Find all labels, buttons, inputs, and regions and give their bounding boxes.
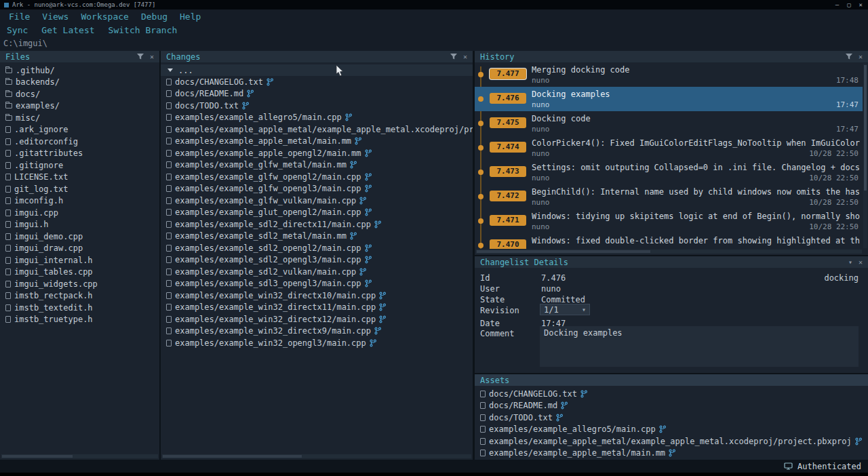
history-row[interactable]: 7.475 Docking code nuno 17:47 [475, 111, 863, 136]
changed-file-row[interactable]: examples/example_glfw_opengl3/main.cpp [161, 183, 473, 195]
titlebar[interactable]: Ark - nuno@ark-vcs.com:Omega.dev [7477] … [0, 0, 868, 9]
commit-time: 17:48 [836, 76, 859, 85]
filter-icon[interactable] [450, 54, 457, 60]
close-panel-icon[interactable]: ✕ [859, 54, 863, 60]
expand-triangle-icon[interactable] [167, 68, 173, 72]
changed-file-row[interactable]: examples/example_glut_opengl2/main.cpp [161, 207, 473, 219]
file-tree-item[interactable]: .github/ [0, 64, 159, 77]
asset-row[interactable]: docs/CHANGELOG.txt [475, 388, 868, 400]
file-tree-item[interactable]: imgui.cpp [0, 207, 159, 219]
file-tree-item[interactable]: git_log.txt [0, 183, 159, 195]
history-row[interactable]: 7.477 Merging docking code nuno 17:48 [475, 62, 863, 87]
asset-row[interactable]: examples/example_apple_metal/example_app… [475, 435, 868, 448]
changed-file-row[interactable]: examples/example_win32_directx12/main.cp… [161, 313, 473, 325]
files-hscrollbar[interactable] [1, 454, 158, 458]
chevron-down-icon[interactable]: ▾ [848, 259, 852, 266]
menu-item[interactable]: Debug [135, 12, 174, 22]
menu-item[interactable]: Views [36, 12, 75, 22]
toolbar-button[interactable]: Switch Branch [108, 25, 178, 35]
history-row[interactable]: 7.476 Docking examples nuno 17:47 [475, 87, 863, 111]
file-tree-item[interactable]: imgui_widgets.cpp [0, 278, 159, 290]
file-tree-item[interactable]: LICENSE.txt [0, 172, 159, 184]
changed-file-row[interactable]: examples/example_glfw_metal/main.mm [161, 159, 473, 172]
file-tree-item[interactable]: imgui_internal.h [0, 254, 159, 266]
minimize-button[interactable]: – [835, 0, 839, 9]
changed-file-row[interactable]: docs/CHANGELOG.txt [161, 76, 473, 88]
history-row[interactable]: 7.472 BeginChild(): Internal name used b… [475, 184, 863, 209]
file-tree-item[interactable]: examples/ [0, 100, 159, 113]
history-hscrollbar[interactable] [476, 250, 862, 254]
changed-file-row[interactable]: examples/example_sdl2_opengl3/main.cpp [161, 254, 473, 266]
changed-file-row[interactable]: examples/example_sdl2_vulkan/main.cpp [161, 266, 473, 278]
file-tree-item[interactable]: .gitignore [0, 159, 159, 172]
changed-file-row[interactable]: examples/example_apple_metal/example_app… [161, 123, 473, 136]
details-panel-header: Changelist Details ▾ ✕ [475, 256, 868, 268]
filter-icon[interactable] [137, 54, 144, 60]
history-vscrollbar-thumb[interactable] [864, 65, 867, 191]
changed-file-row[interactable]: examples/example_win32_opengl3/main.cpp [161, 337, 473, 349]
file-icon [480, 402, 486, 409]
graph-node-icon [478, 243, 484, 248]
file-tree-item[interactable]: imstb_truetype.h [0, 314, 159, 326]
changed-file-row[interactable]: examples/example_win32_directx9/main.cpp [161, 325, 473, 338]
history-row[interactable]: 7.473 Settings: omit outputing Collapsed… [475, 160, 863, 184]
changed-file-row[interactable]: examples/example_sdl2_metal/main.mm [161, 231, 473, 243]
file-tree-item[interactable]: imgui_demo.cpp [0, 231, 159, 243]
changed-file-row[interactable]: examples/example_allegro5/main.cpp [161, 112, 473, 124]
changes-root-row[interactable]: ... [161, 64, 473, 76]
history-row[interactable]: 7.470 Windows: fixed double-clicked bord… [475, 233, 863, 249]
file-tree-item[interactable]: .ark_ignore [0, 124, 159, 136]
toolbar-button[interactable]: Sync [7, 25, 28, 35]
changed-file-row[interactable]: examples/example_glfw_vulkan/main.cpp [161, 195, 473, 207]
changed-file-row[interactable]: examples/example_glfw_opengl2/main.cpp [161, 171, 473, 183]
changed-file-row[interactable]: examples/example_sdl2_directx11/main.cpp [161, 218, 473, 231]
changes-hscrollbar[interactable] [162, 454, 471, 458]
file-tree-item[interactable]: backends/ [0, 77, 159, 89]
changed-file-row[interactable]: examples/example_sdl3_opengl3/main.cpp [161, 278, 473, 290]
comment-field[interactable]: Docking examples [540, 326, 859, 367]
asset-row[interactable]: docs/TODO.txt [475, 412, 868, 424]
changed-file-row[interactable]: examples/example_apple_opengl2/main.mm [161, 147, 473, 159]
menu-item[interactable]: Workspace [75, 12, 134, 22]
changed-file-row[interactable]: examples/example_sdl2_opengl2/main.cpp [161, 242, 473, 254]
file-tree-item[interactable]: .editorconfig [0, 136, 159, 148]
asset-row[interactable]: docs/README.md [475, 400, 868, 412]
changed-file-row[interactable]: docs/README.md [161, 88, 473, 100]
changes-hscrollbar-thumb[interactable] [163, 455, 302, 458]
maximize-button[interactable]: ▢ [847, 0, 850, 9]
file-tree-item[interactable]: docs/ [0, 88, 159, 100]
bottom-strip [0, 473, 868, 476]
file-tree-item[interactable]: imgui.h [0, 219, 159, 231]
close-panel-icon[interactable]: ✕ [150, 54, 154, 60]
files-hscrollbar-thumb[interactable] [2, 455, 73, 458]
asset-row[interactable]: examples/example_apple_metal/main.mm [475, 448, 868, 460]
file-tree-item[interactable]: misc/ [0, 112, 159, 124]
filter-icon[interactable] [846, 54, 852, 60]
history-panel: History ✕ 7.477 Merging docking code nun… [475, 51, 868, 255]
file-icon [166, 138, 172, 144]
close-panel-icon[interactable]: ✕ [859, 259, 863, 266]
file-tree-item[interactable]: imgui_tables.cpp [0, 266, 159, 279]
revision-select[interactable]: 1/1 ▾ [540, 304, 590, 315]
changelist-badge: 7.472 [490, 191, 526, 201]
menu-item[interactable]: Help [174, 12, 207, 22]
asset-path: docs/TODO.txt [489, 413, 553, 422]
history-row[interactable]: 7.474 ColorPicker4(): Fixed ImGuiColorEd… [475, 136, 863, 160]
close-button[interactable]: ✕ [859, 0, 863, 9]
history-hscrollbar-thumb[interactable] [477, 250, 650, 253]
file-tree-item[interactable]: imconfig.h [0, 195, 159, 207]
menu-item[interactable]: File [3, 12, 36, 22]
file-tree-item[interactable]: imstb_rectpack.h [0, 290, 159, 302]
history-row[interactable]: 7.471 Windows: tidying up skipitems logi… [475, 209, 863, 233]
toolbar-button[interactable]: Get Latest [41, 25, 94, 35]
changed-file-row[interactable]: examples/example_apple_metal/main.mm [161, 136, 473, 148]
close-panel-icon[interactable]: ✕ [463, 54, 467, 60]
file-tree-item[interactable]: imgui_draw.cpp [0, 243, 159, 255]
history-vscrollbar[interactable] [863, 64, 867, 248]
file-tree-item[interactable]: .gitattributes [0, 148, 159, 160]
changed-file-row[interactable]: docs/TODO.txt [161, 100, 473, 112]
changed-file-row[interactable]: examples/example_win32_directx10/main.cp… [161, 290, 473, 302]
file-tree-item[interactable]: imstb_textedit.h [0, 302, 159, 314]
asset-row[interactable]: examples/example_allegro5/main.cpp [475, 424, 868, 436]
changed-file-row[interactable]: examples/example_win32_directx11/main.cp… [161, 302, 473, 314]
